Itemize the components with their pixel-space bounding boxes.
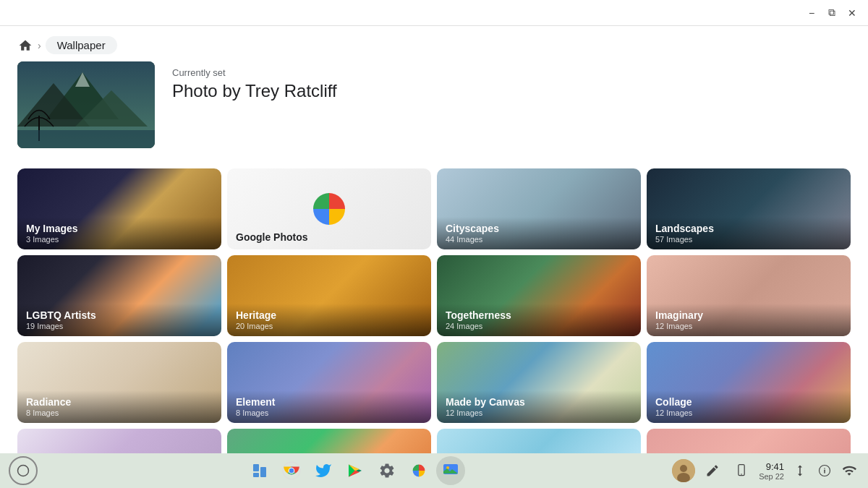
wallpaper-category-element[interactable]: Element 8 Images [227,342,431,423]
google-photos-app-icon[interactable] [404,456,433,485]
wallpaper-category-row4-4[interactable] [647,429,851,453]
togetherness-label: Togetherness 24 Images [437,304,641,336]
wallpaper-category-cityscapes[interactable]: Cityscapes 44 Images [437,168,641,249]
wallpaper-category-row4-2[interactable] [227,429,431,453]
taskbar-time: 9:41 [759,461,784,472]
element-label: Element 8 Images [227,390,431,423]
taskbar: 9:41 Sep 22 [0,453,868,488]
wallpaper-category-imaginary[interactable]: Imaginary 12 Images [647,255,851,336]
play-store-app-icon[interactable] [341,456,370,485]
main-content: › Wallpaper [0,26,868,453]
current-wallpaper-info: Currently set Photo by Trey Ratcliff [172,61,337,101]
close-button[interactable]: ✕ [842,3,862,23]
maximize-button[interactable]: ⧉ [822,3,842,23]
twitter-app-icon[interactable] [309,456,338,485]
taskbar-date: Sep 22 [759,472,784,481]
minimize-button[interactable]: − [801,3,822,23]
wallpaper-category-lgbtq-artists[interactable]: LGBTQ Artists 19 Images [17,255,221,336]
status-icons [790,461,859,481]
launcher-button[interactable] [9,456,38,485]
time-date-display[interactable]: 9:41 Sep 22 [759,461,784,481]
scroll-area: Currently set Photo by Trey Ratcliff My … [0,61,868,453]
wifi-icon[interactable] [839,461,859,481]
landscapes-label: Landscapes 57 Images [647,217,851,249]
wallpaper-category-heritage[interactable]: Heritage 20 Images [227,255,431,336]
current-wallpaper-section: Currently set Photo by Trey Ratcliff [17,61,851,148]
taskbar-right: 9:41 Sep 22 [672,459,859,482]
wallpaper-category-my-images[interactable]: My Images 3 Images [17,168,221,249]
lgbtq-label: LGBTQ Artists 19 Images [17,304,221,336]
taskbar-left [9,456,38,485]
home-button[interactable] [17,38,33,53]
breadcrumb: › Wallpaper [0,26,868,61]
breadcrumb-current[interactable]: Wallpaper [46,36,117,54]
wallpaper-category-made-by-canvas[interactable]: Made by Canvas 12 Images [437,342,641,423]
currently-set-label: Currently set [172,67,337,78]
settings-app-icon[interactable] [373,456,401,485]
imaginary-label: Imaginary 12 Images [647,304,851,336]
wallpaper-category-row4-3[interactable] [437,429,641,453]
heritage-label: Heritage 20 Images [227,304,431,336]
wallpaper-category-row4-1[interactable] [17,429,221,453]
phone-icon[interactable] [730,459,753,482]
files-app-icon[interactable] [245,456,274,485]
radiance-label: Radiance 8 Images [17,390,221,423]
info-icon[interactable] [814,461,835,481]
cityscapes-label: Cityscapes 44 Images [437,217,641,249]
svg-rect-10 [253,473,259,477]
pen-icon[interactable] [701,459,724,482]
current-photo-title: Photo by Trey Ratcliff [172,81,337,101]
breadcrumb-chevron: › [38,40,41,51]
wallpaper-grid: My Images 3 Images Google [17,168,851,453]
current-wallpaper-thumbnail[interactable] [17,61,155,148]
sync-icon[interactable] [790,461,810,481]
wallpaper-category-radiance[interactable]: Radiance 8 Images [17,342,221,423]
wallpaper-category-landscapes[interactable]: Landscapes 57 Images [647,168,851,249]
svg-rect-8 [253,464,259,471]
svg-rect-6 [17,130,155,148]
svg-point-21 [741,474,742,475]
wallpaper-category-collage[interactable]: Collage 12 Images [647,342,851,423]
collage-label: Collage 12 Images [647,390,851,423]
svg-point-18 [680,465,687,472]
chrome-app-icon[interactable] [277,456,306,485]
taskbar-apps [39,456,671,485]
wallpaper-category-togetherness[interactable]: Togetherness 24 Images [437,255,641,336]
svg-point-7 [18,466,29,476]
my-images-label: My Images 3 Images [17,217,221,249]
wallpaper-category-google-photos[interactable]: Google Photos [227,168,431,249]
svg-rect-9 [260,467,266,477]
svg-point-14 [289,468,294,474]
account-avatar[interactable] [672,459,695,482]
wallpaper-app-icon[interactable] [436,456,465,485]
google-photos-label: Google Photos [227,226,431,249]
title-bar: − ⧉ ✕ [0,0,868,26]
made-by-canvas-label: Made by Canvas 12 Images [437,390,641,423]
